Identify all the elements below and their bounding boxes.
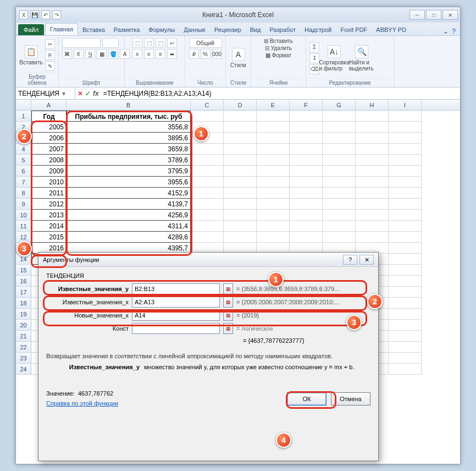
cell[interactable]: [224, 188, 257, 199]
cell[interactable]: [389, 177, 422, 188]
cell[interactable]: [290, 111, 323, 122]
row-header[interactable]: 23: [16, 353, 31, 364]
cell[interactable]: [389, 254, 422, 265]
italic-icon[interactable]: К: [74, 49, 84, 59]
cell[interactable]: [356, 155, 389, 166]
cell[interactable]: [191, 188, 224, 199]
cell[interactable]: [290, 122, 323, 133]
select-all[interactable]: [16, 100, 31, 110]
row-header[interactable]: 8: [16, 188, 31, 199]
cell[interactable]: [191, 111, 224, 122]
cell[interactable]: 3556,8: [67, 122, 191, 133]
formula-input[interactable]: =ТЕНДЕНЦИЯ(B2:B13;A2:A13;A14): [101, 90, 460, 97]
cell[interactable]: [257, 199, 290, 210]
cell[interactable]: [356, 111, 389, 122]
cell[interactable]: [389, 144, 422, 155]
maximize-button[interactable]: □: [426, 10, 441, 20]
align-center-icon[interactable]: ≡: [144, 49, 154, 59]
cell[interactable]: [224, 166, 257, 177]
percent-icon[interactable]: %: [201, 49, 211, 59]
cell[interactable]: [257, 133, 290, 144]
tab-layout[interactable]: Разметка: [109, 24, 145, 35]
help-icon[interactable]: ?: [452, 28, 456, 35]
format-painter-icon[interactable]: ✎: [45, 61, 55, 71]
cell[interactable]: 2006: [31, 133, 67, 144]
cell[interactable]: [389, 122, 422, 133]
cell[interactable]: [389, 188, 422, 199]
cell[interactable]: 2005: [31, 122, 67, 133]
cell[interactable]: [323, 122, 356, 133]
copy-icon[interactable]: ⎘: [45, 50, 55, 60]
cell[interactable]: [290, 221, 323, 232]
close-button[interactable]: ✕: [442, 10, 458, 20]
align-top-icon[interactable]: ⬚: [132, 38, 142, 48]
tab-abbyy[interactable]: ABBYY PD: [372, 24, 411, 35]
cell[interactable]: [191, 232, 224, 243]
save-icon[interactable]: 💾: [30, 10, 39, 19]
cell[interactable]: [224, 144, 257, 155]
arg-const-input[interactable]: [132, 323, 220, 334]
cell[interactable]: [323, 210, 356, 221]
cell[interactable]: 4289,6: [67, 232, 191, 243]
cell[interactable]: [257, 166, 290, 177]
cell[interactable]: [191, 177, 224, 188]
cell[interactable]: [290, 144, 323, 155]
row-header[interactable]: 9: [16, 199, 31, 210]
row-header[interactable]: 20: [16, 320, 31, 331]
clear-icon[interactable]: ⌫: [309, 64, 319, 74]
cell[interactable]: [356, 210, 389, 221]
col-header-B[interactable]: B: [67, 100, 191, 110]
cell[interactable]: [323, 155, 356, 166]
cell[interactable]: [290, 199, 323, 210]
cell[interactable]: [191, 221, 224, 232]
cell[interactable]: [356, 177, 389, 188]
cell[interactable]: [224, 133, 257, 144]
cell[interactable]: [290, 232, 323, 243]
cell[interactable]: 4311,4: [67, 221, 191, 232]
align-bot-icon[interactable]: ⬚: [156, 38, 165, 48]
dialog-help-button[interactable]: ?: [343, 255, 357, 265]
cell[interactable]: [224, 111, 257, 122]
row-header[interactable]: 19: [16, 309, 31, 320]
cell[interactable]: [389, 199, 422, 210]
arg-known-x-input[interactable]: [132, 297, 220, 308]
range-picker-icon[interactable]: ▦: [223, 283, 233, 294]
cell[interactable]: [389, 221, 422, 232]
row-header[interactable]: 11: [16, 221, 31, 232]
align-right-icon[interactable]: ≡: [156, 49, 165, 59]
cell[interactable]: [389, 232, 422, 243]
cell[interactable]: [389, 155, 422, 166]
cell[interactable]: [290, 166, 323, 177]
paste-button[interactable]: 📋Вставить: [19, 45, 43, 65]
cell[interactable]: [257, 111, 290, 122]
cell[interactable]: [257, 188, 290, 199]
row-header[interactable]: 17: [16, 287, 31, 298]
find-select-button[interactable]: 🔍Найти и выделить: [349, 45, 374, 72]
cell[interactable]: 2013: [31, 210, 67, 221]
cell[interactable]: [191, 144, 224, 155]
delete-cells[interactable]: ⊟ Удалить: [265, 45, 292, 51]
cell[interactable]: [290, 210, 323, 221]
fx-icon[interactable]: fx: [93, 90, 99, 97]
cell[interactable]: [224, 221, 257, 232]
tab-file[interactable]: Файл: [18, 24, 44, 35]
cell[interactable]: [356, 188, 389, 199]
cell[interactable]: [323, 188, 356, 199]
cell[interactable]: [356, 232, 389, 243]
tab-addins[interactable]: Надстрой: [300, 24, 336, 35]
cell[interactable]: 3795,9: [67, 166, 191, 177]
row-header[interactable]: 1: [16, 111, 31, 122]
underline-icon[interactable]: Ч: [85, 49, 95, 59]
row-header[interactable]: 7: [16, 177, 31, 188]
cell[interactable]: [257, 232, 290, 243]
cell[interactable]: 2009: [31, 166, 67, 177]
cell[interactable]: [356, 122, 389, 133]
range-picker-icon[interactable]: ▦: [223, 297, 233, 308]
cell[interactable]: [389, 133, 422, 144]
cell[interactable]: [191, 155, 224, 166]
row-header[interactable]: 16: [16, 276, 31, 287]
cell[interactable]: [257, 122, 290, 133]
function-help-link[interactable]: Справка по этой функции: [46, 400, 118, 407]
cell[interactable]: [224, 177, 257, 188]
cell[interactable]: [290, 133, 323, 144]
